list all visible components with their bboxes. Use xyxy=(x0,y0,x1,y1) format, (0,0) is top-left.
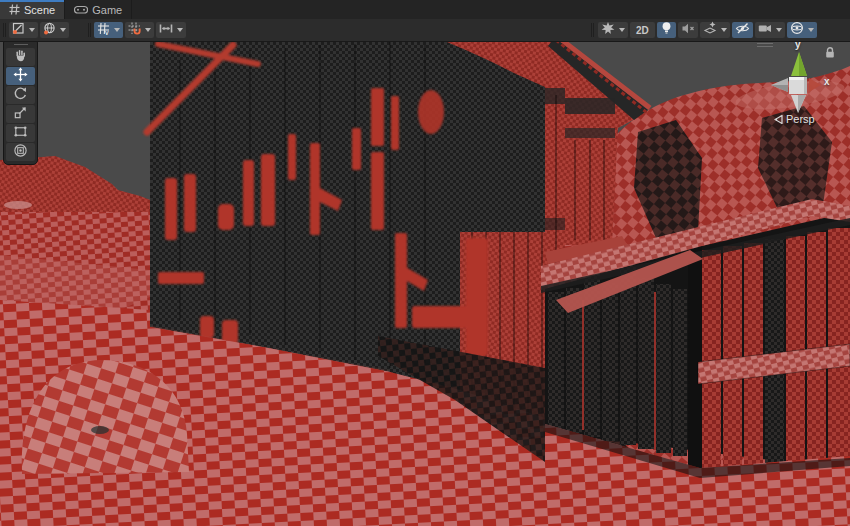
svg-text:y: y xyxy=(105,29,109,35)
move-tool-button[interactable] xyxy=(6,67,35,85)
scale-tool-button[interactable] xyxy=(6,105,35,123)
camera-settings-button[interactable] xyxy=(755,22,785,38)
2d-label: 2D xyxy=(633,25,652,36)
dropdown-arrow[interactable] xyxy=(29,28,35,32)
gizmos-icon xyxy=(790,21,804,39)
snap-increment-button[interactable] xyxy=(125,22,154,38)
hand-icon xyxy=(13,48,28,67)
dropdown-arrow[interactable] xyxy=(114,28,120,32)
projection-label: Persp xyxy=(786,113,815,125)
dropdown-arrow[interactable] xyxy=(177,28,183,32)
rect-tool-button[interactable] xyxy=(6,124,35,142)
audio-toggle-button[interactable] xyxy=(678,22,698,38)
transform-tool-button[interactable] xyxy=(6,143,35,161)
dropdown-arrow[interactable] xyxy=(721,28,727,32)
camera-icon xyxy=(758,21,772,39)
lock-icon xyxy=(824,46,836,59)
gamepad-icon xyxy=(74,4,88,15)
audio-muted-icon xyxy=(681,21,695,39)
gizmo-y-axis[interactable] xyxy=(791,52,807,76)
fx-layers-icon xyxy=(703,21,717,39)
tab-scene-label: Scene xyxy=(24,4,55,16)
tools-overlay xyxy=(3,38,38,165)
gizmo-neg-y-axis[interactable] xyxy=(791,95,806,113)
dropdown-arrow[interactable] xyxy=(808,28,814,32)
scale-icon xyxy=(13,105,28,124)
transform-icon xyxy=(13,143,28,162)
tab-scene[interactable]: Scene xyxy=(0,0,65,19)
snap-move-button[interactable] xyxy=(156,22,186,38)
scene-grid-icon xyxy=(9,4,20,15)
gizmo-lock[interactable] xyxy=(824,45,836,63)
rect-icon xyxy=(13,124,28,143)
scene-toolbar: y xyxy=(0,19,850,42)
dropdown-arrow[interactable] xyxy=(60,28,66,32)
effects-burst-icon xyxy=(601,21,615,39)
gizmo-x-axis[interactable] xyxy=(809,78,821,92)
lighting-icon xyxy=(660,21,673,39)
snap-increment-icon xyxy=(128,21,141,39)
tab-game[interactable]: Game xyxy=(65,0,132,19)
scene-viewport[interactable] xyxy=(0,0,850,526)
toolbar-separator xyxy=(3,23,4,37)
projection-toggle[interactable]: Persp xyxy=(774,113,815,125)
dropdown-arrow[interactable] xyxy=(619,28,625,32)
grid-visibility-button[interactable]: y xyxy=(94,22,123,38)
dropdown-arrow[interactable] xyxy=(776,28,782,32)
unity-editor-window: Scene Game xyxy=(0,0,850,526)
rotate-tool-button[interactable] xyxy=(6,86,35,104)
grid-visibility-icon: y xyxy=(97,21,110,39)
grid-snap-group: y xyxy=(94,22,186,38)
persp-icon xyxy=(774,115,783,124)
visibility-icon xyxy=(735,21,750,39)
dropdown-arrow[interactable] xyxy=(145,28,151,32)
rotate-icon xyxy=(13,86,28,105)
gizmos-button[interactable] xyxy=(787,22,817,38)
scene-visibility-button[interactable] xyxy=(732,22,753,38)
pivot-icon xyxy=(12,21,25,39)
effects-button[interactable] xyxy=(598,22,628,38)
tab-game-label: Game xyxy=(92,4,122,16)
lighting-toggle-button[interactable] xyxy=(657,22,676,38)
orientation-gizmo[interactable]: y x Persp xyxy=(768,41,850,133)
tool-settings-group xyxy=(9,22,69,38)
hand-tool-button[interactable] xyxy=(6,48,35,66)
tool-handle-pivot-button[interactable] xyxy=(9,22,38,38)
view-options-group: 2D xyxy=(598,22,817,38)
move-icon xyxy=(13,67,28,86)
view-tabbar: Scene Game xyxy=(0,0,850,20)
toolbar-separator xyxy=(591,23,592,37)
tool-handle-rotation-button[interactable] xyxy=(40,22,69,38)
2d-toggle-button[interactable]: 2D xyxy=(630,22,655,38)
gizmo-center-cube[interactable] xyxy=(789,77,807,94)
fx-button[interactable] xyxy=(700,22,730,38)
gizmo-z-axis[interactable] xyxy=(771,78,788,92)
toolbar-separator xyxy=(88,23,89,37)
globe-icon xyxy=(43,21,56,39)
gizmo-x-label: x xyxy=(824,76,830,87)
snap-move-icon xyxy=(159,21,173,39)
